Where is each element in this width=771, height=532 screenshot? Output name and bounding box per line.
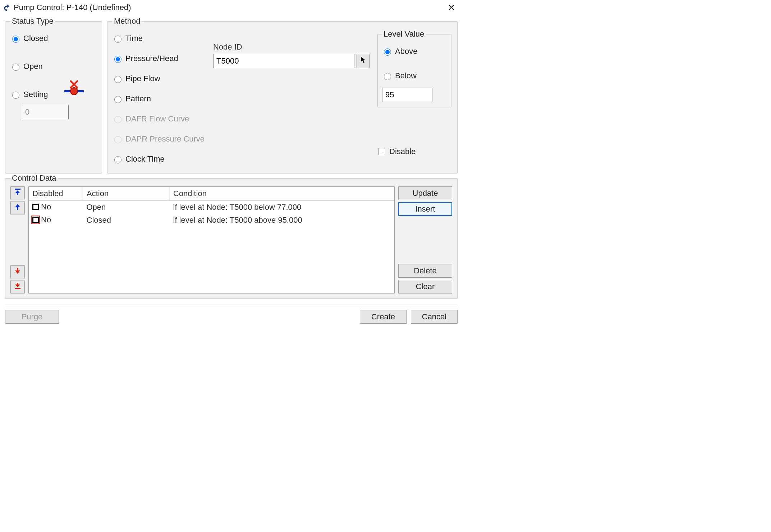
method-group: Method Time Pressure/Head Pipe Flow — [107, 17, 458, 174]
disable-row[interactable]: Disable — [377, 147, 416, 156]
method-pipeflow-radio[interactable] — [114, 76, 121, 83]
method-dapr-option: DAPR Pressure Curve — [113, 134, 206, 144]
svg-rect-7 — [15, 288, 20, 289]
condition-cell: if level at Node: T5000 below 77.000 — [170, 201, 395, 214]
table-row[interactable]: No Closed if level at Node: T5000 above … — [29, 214, 394, 227]
control-buttons-column: Update Insert Delete Clear — [398, 186, 452, 293]
condition-cell: if level at Node: T5000 above 95.000 — [170, 214, 395, 227]
method-pressure-label: Pressure/Head — [125, 54, 178, 63]
status-open-label: Open — [23, 62, 43, 71]
col-condition[interactable]: Condition — [170, 187, 395, 201]
svg-rect-2 — [15, 189, 20, 190]
move-bottom-button[interactable] — [10, 281, 25, 293]
node-id-input[interactable] — [213, 54, 354, 68]
status-closed-label: Closed — [23, 34, 48, 43]
node-id-label: Node ID — [213, 42, 370, 52]
cursor-icon — [360, 56, 366, 66]
dialog-footer: Purge Create Cancel — [5, 305, 458, 324]
window-title: Pump Control: P-140 (Undefined) — [14, 3, 445, 12]
status-setting-radio[interactable] — [12, 92, 19, 99]
level-above-label: Above — [395, 47, 417, 56]
status-open-option[interactable]: Open — [10, 62, 97, 71]
method-legend: Method — [113, 17, 142, 26]
method-time-radio[interactable] — [114, 36, 121, 43]
svg-rect-4 — [17, 207, 18, 210]
disabled-cell: No — [41, 215, 51, 225]
move-top-button[interactable] — [10, 186, 25, 199]
method-dafr-radio — [114, 116, 121, 123]
table-header-row: Disabled Action Condition — [29, 187, 394, 201]
node-pick-button[interactable] — [357, 54, 370, 68]
control-data-group: Control Data — [5, 174, 458, 299]
method-pipeflow-option[interactable]: Pipe Flow — [113, 74, 206, 83]
control-data-legend: Control Data — [10, 174, 58, 183]
method-dafr-option: DAFR Flow Curve — [113, 114, 206, 124]
create-button[interactable]: Create — [360, 310, 407, 324]
method-clock-option[interactable]: Clock Time — [113, 154, 206, 164]
double-arrow-up-icon — [14, 188, 21, 198]
arrow-down-icon — [14, 267, 21, 277]
level-value-legend: Level Value — [382, 29, 426, 39]
method-pressure-radio[interactable] — [114, 56, 121, 63]
app-icon — [3, 4, 11, 11]
clear-button[interactable]: Clear — [398, 280, 452, 293]
level-value-group: Level Value Above Below — [377, 29, 451, 107]
status-type-legend: Status Type — [10, 17, 55, 26]
method-time-option[interactable]: Time — [113, 34, 206, 43]
move-up-button[interactable] — [10, 202, 25, 214]
method-clock-radio[interactable] — [114, 156, 121, 163]
level-below-radio[interactable] — [384, 73, 391, 80]
action-cell: Open — [83, 201, 170, 214]
action-cell: Closed — [83, 214, 170, 227]
move-buttons-column — [10, 186, 25, 293]
status-closed-radio[interactable] — [12, 36, 19, 43]
purge-button[interactable]: Purge — [5, 310, 59, 324]
svg-rect-3 — [17, 193, 18, 195]
cancel-button[interactable]: Cancel — [411, 310, 458, 324]
level-below-option[interactable]: Below — [382, 71, 447, 80]
disable-checkbox[interactable] — [378, 148, 385, 155]
arrow-up-icon — [14, 203, 21, 213]
delete-button[interactable]: Delete — [398, 264, 452, 278]
table-row[interactable]: No Open if level at Node: T5000 below 77… — [29, 201, 394, 214]
titlebar: Pump Control: P-140 (Undefined) ✕ — [0, 0, 463, 17]
method-pipeflow-label: Pipe Flow — [125, 74, 160, 83]
move-down-button[interactable] — [10, 265, 25, 278]
level-above-option[interactable]: Above — [382, 47, 447, 56]
method-time-label: Time — [125, 34, 143, 43]
update-button[interactable]: Update — [398, 186, 452, 200]
double-arrow-down-icon — [14, 282, 21, 292]
col-disabled[interactable]: Disabled — [29, 187, 83, 201]
level-below-label: Below — [395, 71, 417, 80]
method-dafr-label: DAFR Flow Curve — [125, 114, 189, 124]
method-dapr-radio — [114, 136, 121, 143]
svg-rect-5 — [17, 268, 18, 271]
method-pattern-label: Pattern — [125, 94, 151, 103]
close-icon[interactable]: ✕ — [445, 2, 458, 13]
disabled-cell: No — [41, 202, 51, 212]
status-open-radio[interactable] — [12, 64, 19, 71]
status-setting-label: Setting — [23, 90, 48, 99]
pump-control-dialog: Pump Control: P-140 (Undefined) ✕ Status… — [0, 0, 463, 329]
method-pattern-option[interactable]: Pattern — [113, 94, 206, 103]
pump-closed-icon — [63, 79, 85, 99]
col-action[interactable]: Action — [83, 187, 170, 201]
control-data-grid[interactable]: Disabled Action Condition No — [28, 186, 395, 293]
status-closed-option[interactable]: Closed — [10, 34, 97, 43]
method-pressure-option[interactable]: Pressure/Head — [113, 54, 206, 63]
disabled-box-icon[interactable] — [32, 217, 39, 223]
status-setting-input[interactable] — [22, 105, 69, 119]
method-dapr-label: DAPR Pressure Curve — [125, 134, 205, 144]
svg-point-1 — [70, 88, 78, 95]
disabled-box-icon[interactable] — [32, 204, 39, 210]
level-value-input[interactable] — [382, 88, 432, 102]
method-clock-label: Clock Time — [125, 154, 165, 164]
insert-button[interactable]: Insert — [398, 202, 452, 216]
disable-label: Disable — [389, 147, 416, 156]
method-pattern-radio[interactable] — [114, 96, 121, 103]
status-type-group: Status Type Closed Open Setting — [5, 17, 102, 174]
level-above-radio[interactable] — [384, 48, 391, 56]
